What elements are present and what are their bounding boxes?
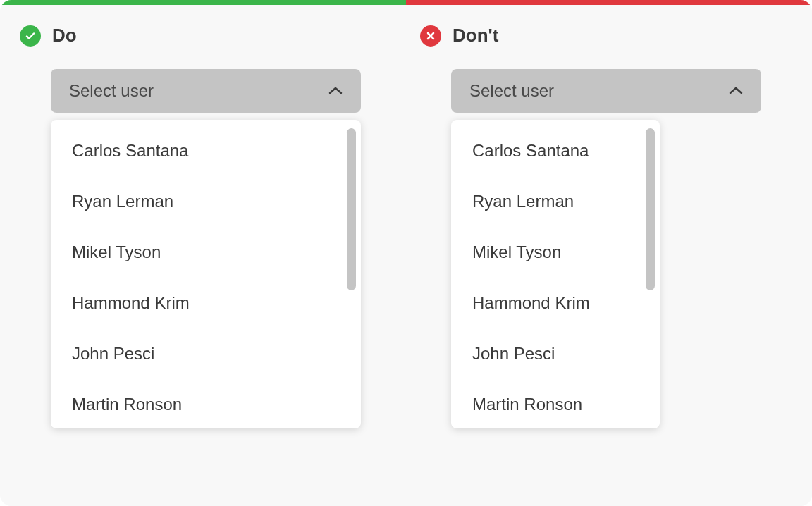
list-item[interactable]: Hammond Krim — [451, 278, 660, 328]
dont-select-label: Select user — [469, 81, 554, 101]
dont-column: Don't Select user Carlos Santana Ryan Le… — [420, 25, 792, 428]
dont-dropdown: Select user Carlos Santana Ryan Lerman M… — [420, 69, 792, 428]
example-container: Do Select user Carlos Santana Ryan Lerma… — [0, 0, 812, 506]
list-item[interactable]: Ryan Lerman — [51, 176, 361, 227]
list-item[interactable]: Carlos Santana — [51, 125, 361, 176]
dont-dropdown-list: Carlos Santana Ryan Lerman Mikel Tyson H… — [451, 120, 660, 428]
check-icon — [20, 25, 41, 47]
content: Do Select user Carlos Santana Ryan Lerma… — [0, 5, 812, 428]
list-item[interactable]: Mikel Tyson — [51, 227, 361, 278]
list-item[interactable]: John Pesci — [451, 328, 660, 379]
color-bar-red — [406, 0, 812, 5]
do-select-label: Select user — [69, 81, 154, 101]
chevron-up-icon — [328, 84, 343, 98]
scrollbar-thumb[interactable] — [646, 128, 655, 290]
list-item[interactable]: Martin Ronson — [51, 379, 361, 430]
dont-title: Don't — [453, 25, 498, 47]
do-dropdown-list: Carlos Santana Ryan Lerman Mikel Tyson H… — [51, 120, 361, 428]
chevron-up-icon — [729, 84, 743, 98]
do-dropdown: Select user Carlos Santana Ryan Lerman M… — [20, 69, 392, 428]
do-select-bar[interactable]: Select user — [51, 69, 361, 113]
dont-select-bar[interactable]: Select user — [451, 69, 761, 113]
do-column: Do Select user Carlos Santana Ryan Lerma… — [20, 25, 392, 428]
do-header: Do — [20, 25, 392, 47]
color-bar — [0, 0, 812, 5]
scrollbar-thumb[interactable] — [347, 128, 356, 290]
list-item[interactable]: Hammond Krim — [51, 278, 361, 328]
list-item[interactable]: Mikel Tyson — [451, 227, 660, 278]
dont-header: Don't — [420, 25, 792, 47]
list-item[interactable]: Ryan Lerman — [451, 176, 660, 227]
do-title: Do — [52, 25, 77, 47]
color-bar-green — [0, 0, 406, 5]
list-item[interactable]: Carlos Santana — [451, 125, 660, 176]
list-item[interactable]: John Pesci — [51, 328, 361, 379]
close-icon — [420, 25, 441, 47]
list-item[interactable]: Martin Ronson — [451, 379, 660, 430]
